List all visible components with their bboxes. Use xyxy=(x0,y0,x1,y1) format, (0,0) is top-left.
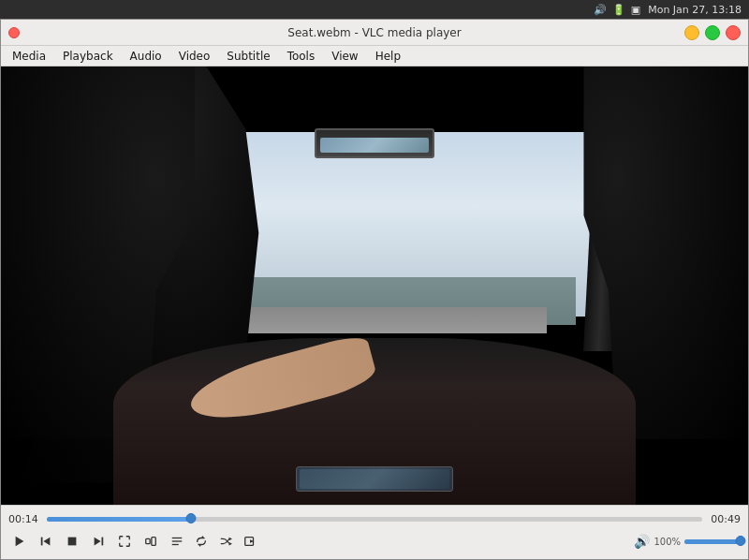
close-title-button[interactable] xyxy=(726,25,741,40)
extra-buttons xyxy=(166,531,261,552)
stop-button[interactable] xyxy=(61,531,83,552)
extended-button[interactable] xyxy=(140,531,162,552)
control-bar: 00:14 00:49 xyxy=(1,505,748,559)
minimize-button[interactable] xyxy=(684,25,699,40)
menu-media[interactable]: Media xyxy=(5,48,53,65)
shuffle-button[interactable] xyxy=(214,531,237,552)
frame-icon xyxy=(243,535,257,548)
battery-icon: 🔋 xyxy=(612,4,625,16)
window-traffic-lights xyxy=(684,25,741,40)
video-canvas xyxy=(1,66,748,505)
volume-percent: 100% xyxy=(654,537,681,547)
extended-icon xyxy=(144,535,157,548)
play-icon xyxy=(13,535,26,548)
system-time: Mon Jan 27, 13:18 xyxy=(648,4,742,16)
prev-button[interactable] xyxy=(35,531,57,552)
next-icon xyxy=(92,535,105,548)
next-button[interactable] xyxy=(87,531,110,552)
svg-marker-0 xyxy=(16,537,24,547)
volume-icon[interactable]: 🔊 xyxy=(634,534,650,549)
volume-fill xyxy=(684,539,741,544)
progress-row: 00:14 00:49 xyxy=(8,509,741,528)
play-button[interactable] xyxy=(8,531,31,552)
vlc-window: Seat.webm - VLC media player Media Playb… xyxy=(0,19,749,560)
volume-bar[interactable] xyxy=(684,539,741,544)
menu-audio[interactable]: Audio xyxy=(123,48,169,65)
playlist-icon xyxy=(170,535,184,548)
video-area[interactable] xyxy=(1,66,748,505)
svg-marker-5 xyxy=(95,538,101,546)
fullscreen-icon xyxy=(118,535,131,548)
title-bar: Seat.webm - VLC media player xyxy=(1,20,748,46)
menu-subtitle[interactable]: Subtitle xyxy=(219,48,277,65)
time-current: 00:14 xyxy=(8,513,41,525)
stop-icon xyxy=(66,535,79,548)
menu-view[interactable]: View xyxy=(324,48,365,65)
volume-area: 🔊 100% xyxy=(634,534,741,549)
dashboard xyxy=(113,338,637,505)
frame-button[interactable] xyxy=(239,531,261,552)
transport-row: 🔊 100% xyxy=(8,528,741,554)
menu-help[interactable]: Help xyxy=(368,48,408,65)
window-title: Seat.webm - VLC media player xyxy=(287,26,461,39)
shuffle-icon xyxy=(219,535,232,548)
svg-marker-2 xyxy=(43,538,50,546)
menu-tools[interactable]: Tools xyxy=(280,48,323,65)
svg-rect-4 xyxy=(102,538,104,546)
loop-icon xyxy=(195,535,208,548)
volume-handle[interactable] xyxy=(736,536,746,546)
rearview-mirror xyxy=(315,128,434,159)
svg-rect-1 xyxy=(41,538,43,546)
prev-icon xyxy=(39,535,52,548)
seek-bar[interactable] xyxy=(47,517,702,522)
window-controls xyxy=(8,27,20,38)
close-button[interactable] xyxy=(8,27,20,38)
menu-playback[interactable]: Playback xyxy=(55,48,121,65)
fullscreen-button[interactable] xyxy=(113,531,136,552)
seek-handle[interactable] xyxy=(186,513,197,523)
speaker-icon: 🔊 xyxy=(594,4,607,16)
seek-fill xyxy=(47,517,191,522)
menu-video[interactable]: Video xyxy=(171,48,218,65)
svg-rect-6 xyxy=(146,538,150,543)
svg-marker-12 xyxy=(229,542,233,546)
menu-bar: Media Playback Audio Video Subtitle Tool… xyxy=(1,46,748,66)
svg-rect-7 xyxy=(152,538,155,546)
loop-button[interactable] xyxy=(190,531,213,552)
wifi-icon: ▣ xyxy=(631,4,640,16)
system-tray: 🔊 🔋 ▣ xyxy=(594,4,640,16)
svg-marker-11 xyxy=(229,538,233,541)
time-total: 00:49 xyxy=(708,513,741,525)
maximize-button[interactable] xyxy=(705,25,720,40)
system-bar: 🔊 🔋 ▣ Mon Jan 27, 13:18 xyxy=(0,0,749,19)
dashboard-screen xyxy=(296,466,453,492)
playlist-button[interactable] xyxy=(166,531,188,552)
svg-rect-3 xyxy=(68,538,77,546)
